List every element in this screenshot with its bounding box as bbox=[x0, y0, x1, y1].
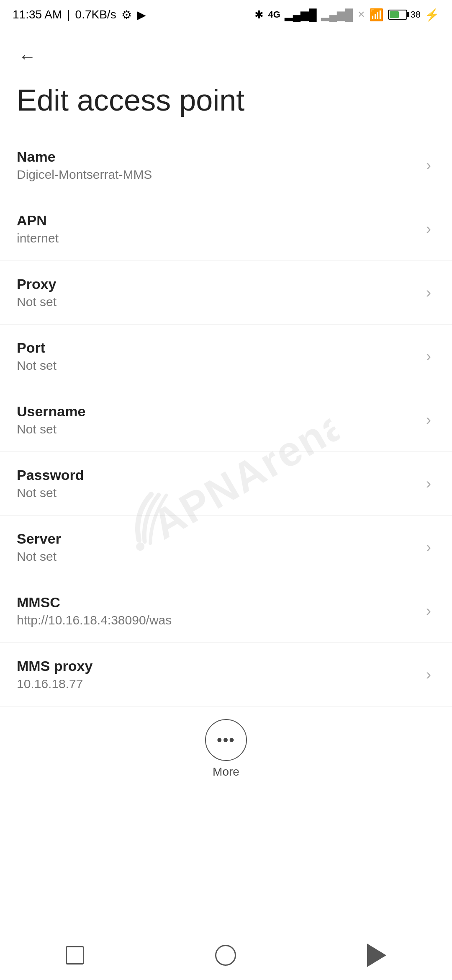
status-right: ✱ 4G ▂▄▆█ ▂▄▆█ ✕ 📶 38 ⚡ bbox=[254, 8, 439, 22]
settings-label: MMSC bbox=[17, 594, 418, 611]
more-dots-icon: ••• bbox=[217, 731, 235, 749]
no-signal-icon: ✕ bbox=[357, 9, 365, 20]
chevron-right-icon: › bbox=[426, 539, 431, 556]
time-display: 11:35 AM bbox=[13, 8, 62, 21]
settings-item-content: Username Not set bbox=[17, 403, 418, 436]
signal-4g-icon: 4G bbox=[268, 9, 280, 20]
bluetooth-icon: ✱ bbox=[254, 8, 264, 21]
settings-icon: ⚙ bbox=[121, 8, 132, 22]
settings-item-mmsc[interactable]: MMSC http://10.16.18.4:38090/was › bbox=[0, 579, 452, 643]
settings-item-content: Proxy Not set bbox=[17, 276, 418, 309]
back-arrow-icon: ← bbox=[18, 46, 36, 67]
settings-item-content: Port Not set bbox=[17, 340, 418, 373]
chevron-right-icon: › bbox=[426, 284, 431, 302]
nav-home-button[interactable] bbox=[215, 945, 236, 966]
chevron-right-icon: › bbox=[426, 220, 431, 238]
settings-value: Not set bbox=[17, 295, 418, 309]
settings-item-server[interactable]: Server Not set › bbox=[0, 516, 452, 579]
navigation-bar bbox=[0, 930, 452, 980]
settings-list: Name Digicel-Montserrat-MMS › APN intern… bbox=[0, 134, 452, 707]
settings-label: Username bbox=[17, 403, 418, 420]
nav-back-button[interactable] bbox=[367, 944, 386, 967]
settings-label: Name bbox=[17, 149, 418, 165]
chevron-right-icon: › bbox=[426, 666, 431, 683]
chevron-right-icon: › bbox=[426, 475, 431, 493]
settings-item-content: MMSC http://10.16.18.4:38090/was bbox=[17, 594, 418, 627]
chevron-right-icon: › bbox=[426, 157, 431, 174]
wifi-icon: 📶 bbox=[369, 8, 384, 22]
speed-value: 0.7KB/s bbox=[75, 8, 116, 21]
settings-item-content: APN internet bbox=[17, 212, 418, 245]
settings-item-mms-proxy[interactable]: MMS proxy 10.16.18.77 › bbox=[0, 643, 452, 707]
settings-item-password[interactable]: Password Not set › bbox=[0, 452, 452, 516]
settings-item-content: Server Not set bbox=[17, 531, 418, 564]
more-button[interactable]: ••• bbox=[205, 719, 247, 761]
settings-item-apn[interactable]: APN internet › bbox=[0, 197, 452, 261]
more-label: More bbox=[213, 765, 239, 779]
settings-value: Not set bbox=[17, 486, 418, 500]
battery-indicator: 38 bbox=[388, 9, 421, 20]
settings-item-name[interactable]: Name Digicel-Montserrat-MMS › bbox=[0, 134, 452, 197]
settings-label: MMS proxy bbox=[17, 658, 418, 674]
settings-value: Not set bbox=[17, 358, 418, 373]
back-button[interactable]: ← bbox=[13, 42, 42, 71]
settings-item-proxy[interactable]: Proxy Not set › bbox=[0, 261, 452, 325]
chevron-right-icon: › bbox=[426, 602, 431, 620]
settings-item-username[interactable]: Username Not set › bbox=[0, 388, 452, 452]
settings-value: 10.16.18.77 bbox=[17, 677, 418, 691]
nav-recents-button[interactable] bbox=[66, 946, 84, 965]
video-icon: ▶ bbox=[137, 8, 146, 22]
settings-value: internet bbox=[17, 231, 418, 245]
settings-label: Password bbox=[17, 467, 418, 483]
settings-item-content: Name Digicel-Montserrat-MMS bbox=[17, 149, 418, 182]
settings-item-port[interactable]: Port Not set › bbox=[0, 325, 452, 388]
charging-icon: ⚡ bbox=[425, 8, 439, 22]
back-area: ← bbox=[0, 29, 452, 75]
more-section: ••• More bbox=[0, 707, 452, 787]
status-left: 11:35 AM | 0.7KB/s ⚙ ▶ bbox=[13, 8, 146, 22]
chevron-right-icon: › bbox=[426, 348, 431, 365]
settings-value: Not set bbox=[17, 422, 418, 436]
page-title: Edit access point bbox=[0, 75, 452, 134]
signal-bars-icon: ▂▄▆█ bbox=[285, 8, 317, 21]
settings-item-content: MMS proxy 10.16.18.77 bbox=[17, 658, 418, 691]
speed-display: | bbox=[67, 8, 70, 21]
settings-label: APN bbox=[17, 212, 418, 229]
signal-bars2-icon: ▂▄▆█ bbox=[321, 8, 353, 21]
settings-label: Proxy bbox=[17, 276, 418, 292]
settings-value: Digicel-Montserrat-MMS bbox=[17, 168, 418, 182]
settings-label: Server bbox=[17, 531, 418, 547]
settings-value: Not set bbox=[17, 549, 418, 564]
settings-item-content: Password Not set bbox=[17, 467, 418, 500]
chevron-right-icon: › bbox=[426, 411, 431, 429]
settings-value: http://10.16.18.4:38090/was bbox=[17, 613, 418, 627]
status-bar: 11:35 AM | 0.7KB/s ⚙ ▶ ✱ 4G ▂▄▆█ ▂▄▆█ ✕ … bbox=[0, 0, 452, 29]
settings-label: Port bbox=[17, 340, 418, 356]
